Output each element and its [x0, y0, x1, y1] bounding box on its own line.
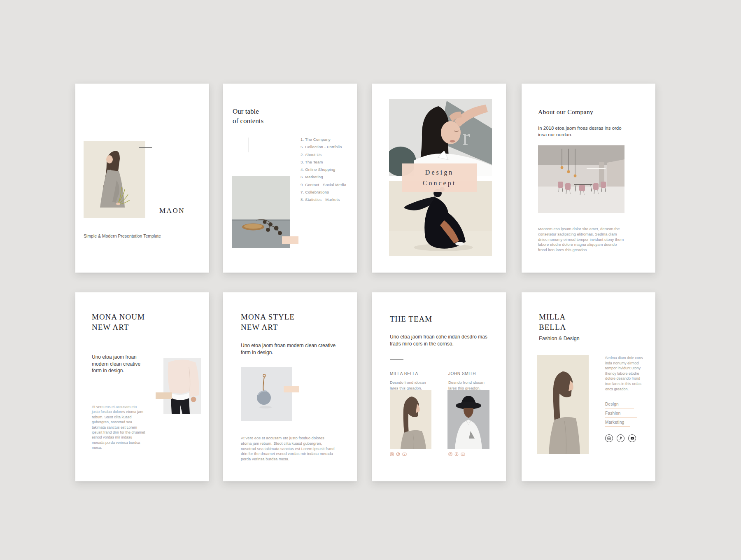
slide-toc: Our table of contents 1. The Company 5. … [223, 84, 357, 273]
toc-item: 7. Collebrations [301, 189, 346, 196]
about-body: Maorem eso ipsum dolor sito amet, derasm… [538, 226, 626, 253]
profile-heading-line2: BELLA [539, 322, 566, 332]
mona-style-lead: Uno etoa jaom froan modern clean creativ… [241, 342, 338, 356]
presentation-mockup-canvas: MAON Simple & Modern Presentation Templa… [0, 0, 741, 560]
profile-heading: MILLA BELLA [539, 312, 566, 332]
about-intro: In 2018 etoa jaom froas desras ins ordo … [538, 125, 627, 138]
mona-noum-photo-man [163, 358, 201, 414]
mona-noum-accent-rect [156, 392, 172, 399]
team-heading: THE TEAM [390, 314, 432, 324]
profile-social-icons [605, 434, 636, 442]
team-member-desc: Desndo frond idosan lares this greadon. [448, 380, 485, 391]
youtube-icon [461, 452, 465, 456]
toc-item: 3. The Team [301, 159, 346, 166]
skill-bar [605, 426, 630, 427]
instagram-icon [605, 434, 613, 442]
profile-body: Sedma diam dnie cons inda nonumy eirmod … [605, 355, 643, 392]
svg-text:r: r [462, 124, 470, 150]
skill-label: Design [605, 402, 639, 406]
toc-accent-vline [249, 138, 249, 152]
toc-list: 1. The Company 5. Collection - Portfolio… [301, 136, 346, 204]
toc-heading-line2: of contents [233, 116, 263, 126]
profile-skills: Design Fashion Marketing [605, 402, 639, 427]
team-divider-line [390, 359, 403, 360]
slide-design-concept: r [372, 84, 506, 273]
mona-noum-heading: MONA NOUM NEW ART [92, 312, 145, 332]
concept-title-line1: Design [402, 167, 477, 178]
toc-item: 5. Collection - Portfolio [301, 143, 346, 151]
team-lead: Uno etoa jaom froan cohe indan desdro ma… [390, 334, 496, 347]
cover-accent-line [139, 147, 152, 148]
slide-team: THE TEAM Uno etoa jaom froan cohe indan … [372, 292, 506, 481]
skill-bar [605, 417, 637, 418]
mona-style-accent-rect [284, 386, 299, 392]
team-social-icons [390, 452, 407, 456]
skill-bar [605, 408, 634, 408]
slide-profile: MILLA BELLA Fashion & Design Sedma diam … [522, 292, 655, 481]
toc-photo-still-life [232, 176, 290, 248]
profile-subtitle: Fashion & Design [539, 336, 580, 341]
team-member-name: MILLA BELLA [390, 371, 418, 376]
slide-mona-style: MONA STYLE NEW ART Uno etoa jaom froan m… [223, 292, 357, 481]
mona-style-photo-object [241, 367, 292, 421]
skill-label: Marketing [605, 420, 639, 425]
mona-noum-heading-line1: MONA NOUM [92, 312, 145, 322]
team-social-icons [448, 452, 465, 456]
mona-style-body: At vero eos et accusam eto justo fosduo … [241, 436, 335, 462]
mona-style-heading: MONA STYLE NEW ART [241, 312, 295, 332]
about-heading: About our Company [538, 108, 593, 116]
skill-label: Fashion [605, 411, 639, 415]
pinterest-icon [617, 434, 624, 442]
concept-title-line2: Concept [402, 178, 477, 189]
toc-item: 2. About Us [301, 151, 346, 159]
mona-style-heading-line1: MONA STYLE [241, 312, 295, 322]
team-member-desc: Desndo frond idosan lares this greadon. [390, 380, 427, 391]
team-photo-milla-bella [390, 390, 431, 449]
mona-noum-heading-line2: NEW ART [92, 322, 145, 332]
toc-heading-line1: Our table [233, 107, 263, 116]
toc-item: 9. Contact - Social Media [301, 181, 346, 189]
slide-mona-noum: MONA NOUM NEW ART Uno etoa jaom froan mo… [75, 292, 209, 481]
toc-heading: Our table of contents [233, 107, 263, 126]
pinterest-icon [454, 452, 459, 456]
cover-subtitle: Simple & Modern Presentation Template [84, 233, 161, 238]
toc-item: 8. Statistics - Markets [301, 196, 346, 203]
team-photo-john-smith [447, 390, 489, 449]
profile-heading-line1: MILLA [539, 312, 566, 322]
youtube-icon [402, 452, 407, 456]
mona-style-heading-line2: NEW ART [241, 322, 295, 332]
toc-accent-rect [282, 236, 298, 244]
cover-title: MAON [159, 207, 185, 215]
cover-photo-woman [84, 141, 145, 218]
instagram-icon [390, 452, 394, 456]
pinterest-icon [396, 452, 400, 456]
team-member-name: JOHN SMITH [448, 371, 476, 376]
youtube-icon [628, 434, 636, 442]
slide-cover: MAON Simple & Modern Presentation Templa… [75, 84, 209, 273]
mona-noum-body: At vero eos et accusam eto justo fosduo … [92, 404, 145, 450]
slide-about: About our Company In 2018 etoa jaom froa… [522, 84, 655, 273]
concept-title-box: Design Concept [402, 163, 477, 192]
toc-item: 6. Marketing [301, 173, 346, 181]
profile-photo-woman [537, 355, 589, 454]
about-photo-interior [538, 145, 624, 213]
mona-noum-lead: Uno etoa jaom froan modern clean creativ… [92, 354, 144, 374]
toc-item: 4. Online Shopping [301, 166, 346, 173]
toc-item: 1. The Company [301, 136, 346, 143]
concept-photo-bottom [389, 181, 492, 256]
instagram-icon [448, 452, 452, 456]
